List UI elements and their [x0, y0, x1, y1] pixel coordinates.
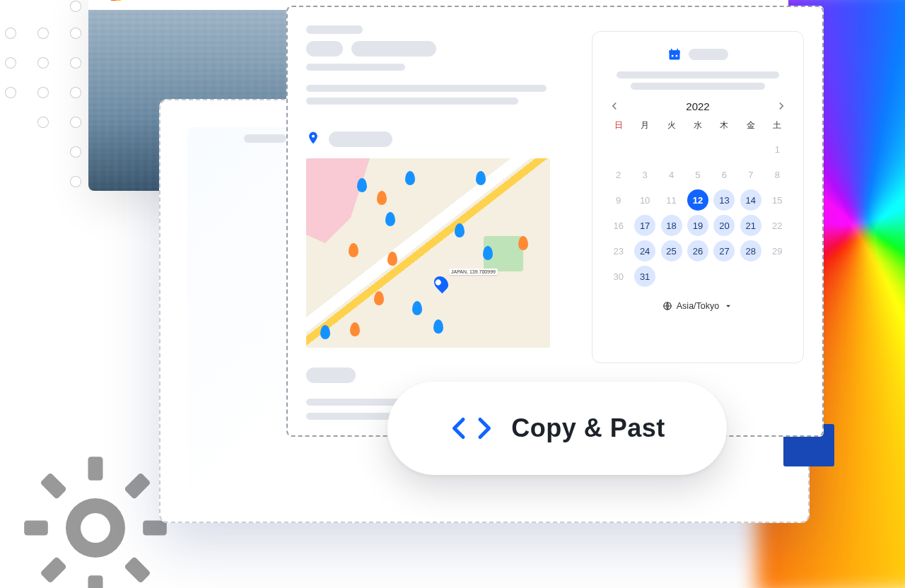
calendar-day[interactable]: 17: [634, 215, 655, 236]
timezone-selector[interactable]: Asia/Tokyo: [605, 301, 790, 311]
calendar-day[interactable]: 12: [687, 189, 708, 211]
calendar-day[interactable]: 18: [661, 215, 682, 236]
calendar-day: 1: [766, 139, 788, 160]
location-placeholder: [329, 131, 392, 147]
svg-rect-1: [670, 50, 680, 53]
brand-logo-icon: [110, 0, 122, 1]
calendar-day[interactable]: 28: [740, 240, 761, 261]
cal-title-placeholder: [689, 49, 728, 60]
timezone-label: Asia/Tokyo: [677, 301, 719, 311]
calendar-day[interactable]: 24: [634, 240, 655, 261]
calendar-day[interactable]: 27: [713, 240, 735, 261]
calendar-day: 29: [766, 240, 788, 261]
chevron-down-icon: [723, 301, 733, 311]
svg-rect-9: [24, 521, 48, 536]
calendar-day[interactable]: 19: [687, 215, 708, 236]
svg-rect-12: [40, 556, 67, 584]
calendar-day: 7: [740, 164, 761, 185]
label-skeleton: [306, 368, 356, 383]
calendar-day: 2: [608, 164, 629, 185]
calendar-day: 16: [608, 215, 629, 236]
svg-rect-3: [677, 49, 678, 52]
calendar-widget: 2022 日 月 火 水 木 金 土 123456789101112131415…: [592, 31, 804, 363]
calendar-day: 10: [634, 189, 655, 211]
gear-icon: [21, 454, 170, 588]
calendar-day: 30: [608, 266, 629, 287]
next-month-button[interactable]: [775, 100, 788, 112]
embed-preview-panel: JAPAN, 139.700999 2022 日: [286, 6, 824, 437]
calendar-subtitle-skeleton: [605, 71, 790, 90]
svg-rect-4: [672, 55, 674, 57]
desc-line: [306, 98, 518, 105]
svg-rect-5: [676, 55, 678, 57]
calendar-day: 6: [713, 164, 735, 185]
svg-rect-10: [143, 521, 167, 536]
content-header-skeleton: [306, 25, 575, 71]
map-preview[interactable]: JAPAN, 139.700999: [306, 158, 550, 348]
calendar-day: 5: [687, 164, 708, 185]
globe-icon: [662, 301, 672, 311]
map-current-pin-icon: [431, 274, 451, 293]
line-skeleton: [306, 413, 398, 420]
calendar-day[interactable]: 31: [634, 266, 655, 287]
location-pin-icon: [306, 129, 320, 150]
brand[interactable]: Global Technology: [110, 0, 204, 1]
calendar-year: 2022: [686, 100, 709, 112]
calendar-day: 8: [766, 164, 788, 185]
calendar-day[interactable]: 25: [661, 240, 682, 261]
calendar-day[interactable]: 21: [740, 215, 761, 236]
svg-rect-13: [40, 472, 67, 500]
calendar-day[interactable]: 26: [687, 240, 708, 261]
calendar-icon: [667, 47, 682, 61]
prev-month-button[interactable]: [608, 100, 621, 112]
day-of-week-header: 日 月 火 水 木 金 土: [605, 119, 790, 131]
decorative-dots: [0, 0, 85, 191]
calendar-day: 3: [634, 164, 655, 185]
code-brackets-icon: [449, 416, 494, 441]
location-row: [306, 129, 575, 150]
calendar-day: 15: [766, 189, 788, 211]
svg-rect-2: [671, 49, 672, 52]
svg-rect-14: [124, 556, 151, 584]
map-coord-label: JAPAN, 139.700999: [449, 269, 498, 275]
calendar-day: 23: [608, 240, 629, 261]
calendar-day: 9: [608, 189, 629, 211]
calendar-day[interactable]: 14: [740, 189, 761, 211]
calendar-day: 4: [661, 164, 682, 185]
calendar-day[interactable]: 13: [713, 189, 735, 211]
calendar-day: 11: [661, 189, 682, 211]
mid-skeleton: [244, 134, 286, 150]
svg-rect-8: [88, 575, 103, 588]
svg-rect-7: [88, 457, 103, 481]
calendar-day: 22: [766, 215, 788, 236]
copy-paste-button[interactable]: Copy & Past: [387, 382, 727, 475]
svg-rect-11: [124, 472, 151, 500]
copy-paste-label: Copy & Past: [511, 413, 665, 443]
calendar-grid: 1234567891011121314151617181920212223242…: [605, 137, 790, 288]
calendar-day[interactable]: 20: [713, 215, 735, 236]
desc-line: [306, 85, 547, 92]
